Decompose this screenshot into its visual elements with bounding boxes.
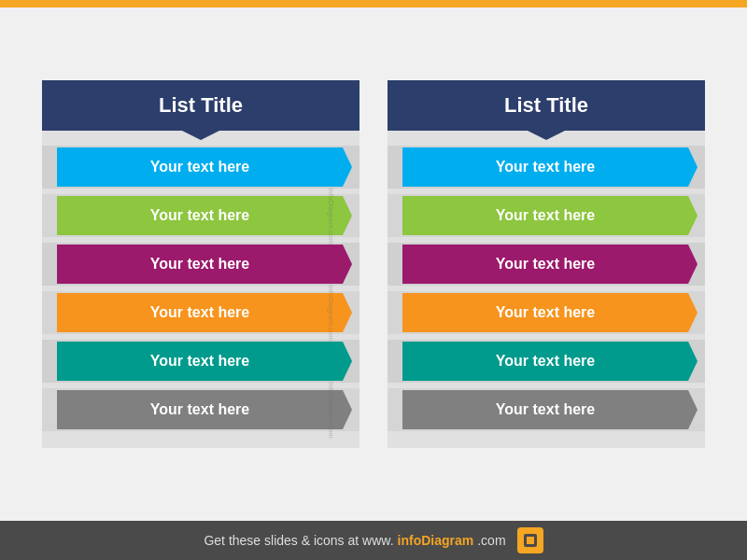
left-list-body: Your text here Your text here InfoDiagra… <box>42 129 359 448</box>
left-list-item-3: Your text here <box>59 243 343 286</box>
footer-text-1: Get these slides & icons at www. <box>204 533 393 548</box>
watermark-left-4: InfoDiagram.com <box>327 285 335 342</box>
left-list-item-4: Your text here InfoDiagram.com <box>59 291 343 334</box>
watermark-left-2: InfoDiagram.com <box>327 188 335 245</box>
right-list-body: Your text here Your text here Your text … <box>388 129 705 448</box>
footer-icon <box>517 527 543 553</box>
right-list-item-5: Your text here <box>404 340 688 383</box>
right-list-item-3: Your text here <box>404 243 688 286</box>
footer: Get these slides & icons at www. infoDia… <box>0 521 747 560</box>
left-list-item-6: Your text here InfoDiagram.com <box>59 388 343 431</box>
left-list: List Title Your text here Your text here… <box>42 80 359 448</box>
left-list-item-2: Your text here InfoDiagram.com <box>59 194 343 237</box>
right-list-item-4: Your text here <box>404 291 688 334</box>
footer-brand: infoDiagram <box>398 533 474 548</box>
footer-text-2: .com <box>477 533 505 548</box>
footer-icon-inner <box>524 534 537 547</box>
left-list-item-1: Your text here <box>59 146 343 189</box>
right-list-item-6: Your text here <box>404 388 688 431</box>
left-list-item-5: Your text here <box>59 340 343 383</box>
right-list-title: List Title <box>388 80 705 131</box>
left-list-title: List Title <box>42 80 359 131</box>
right-list: List Title Your text here Your text here… <box>388 80 705 448</box>
right-list-item-2: Your text here <box>404 194 688 237</box>
watermark-left-6: InfoDiagram.com <box>327 382 335 439</box>
right-list-item-1: Your text here <box>404 146 688 189</box>
main-content: List Title Your text here Your text here… <box>0 7 747 521</box>
top-bar <box>0 0 747 7</box>
